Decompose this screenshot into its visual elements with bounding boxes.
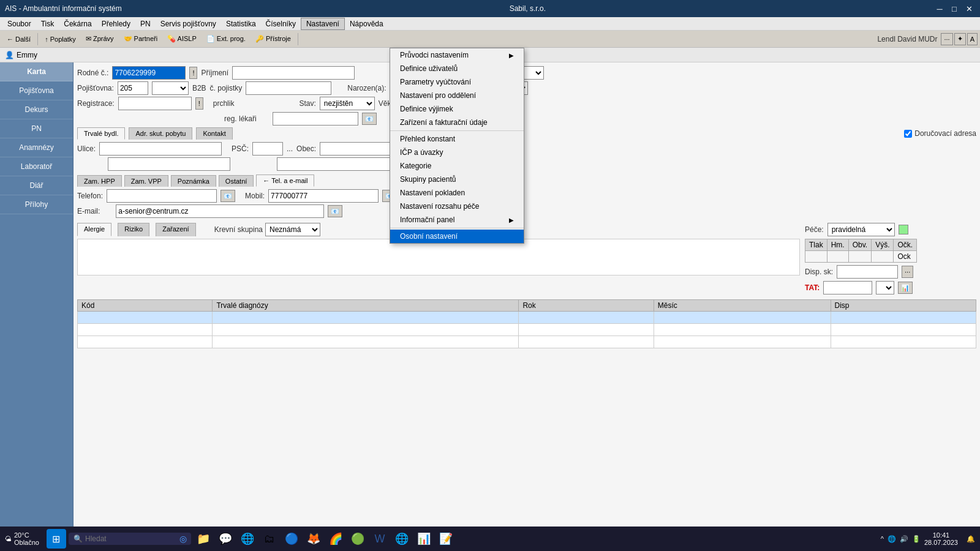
- menu-pruvodci[interactable]: Průvodci nastavením ▶: [390, 48, 524, 62]
- psc-input[interactable]: [252, 142, 283, 156]
- toolbar-dalsi[interactable]: ← Další: [2, 34, 35, 45]
- tab-alergie[interactable]: Alergie: [77, 223, 111, 236]
- stav-select[interactable]: nezjištěn: [320, 97, 375, 110]
- telefon-email-btn[interactable]: 📧: [221, 190, 235, 202]
- taskbar-notepad[interactable]: 📝: [436, 529, 456, 549]
- pojistovna-input[interactable]: [118, 81, 148, 95]
- mobil-input[interactable]: [268, 189, 379, 203]
- menu-definice-vyjimek[interactable]: Definice výjimek: [390, 102, 524, 116]
- vitals-vys-val[interactable]: [872, 251, 894, 263]
- taskbar-file-manager[interactable]: 🗂: [260, 529, 279, 549]
- sidebar-item-dekurs[interactable]: Dekurs: [0, 100, 73, 119]
- minimize-button[interactable]: ─: [933, 2, 946, 15]
- menu-skupiny-pacientu[interactable]: Skupiny pacientů: [390, 173, 524, 186]
- menu-nastaveni-oddeleni[interactable]: Nastavení pro oddělení: [390, 89, 524, 102]
- toolbar-aislp[interactable]: 💊 AISLP: [163, 33, 201, 45]
- sidebar-item-diar[interactable]: Diář: [0, 176, 73, 195]
- taskbar-chrome3[interactable]: 🌐: [392, 529, 412, 549]
- taskbar-edge[interactable]: 🌐: [238, 529, 257, 549]
- tat-select[interactable]: [876, 281, 894, 294]
- menu-osobni-nastaveni[interactable]: Osobní nastavení: [390, 230, 524, 243]
- menu-zarizeni[interactable]: Zařízení a fakturační údaje: [390, 116, 524, 129]
- taskbar-search-bar[interactable]: 🔍 ◎: [69, 533, 191, 545]
- taskbar-chrome[interactable]: 🌈: [326, 529, 345, 549]
- pojistovna-select[interactable]: [152, 81, 189, 95]
- menu-ciselniky[interactable]: Číselníky: [261, 18, 301, 29]
- rodne-cislo-input[interactable]: [112, 66, 186, 80]
- toolbar-extra-1[interactable]: ···: [941, 33, 952, 45]
- tray-battery[interactable]: 🔋: [912, 535, 921, 543]
- diag-row-1[interactable]: [78, 312, 976, 324]
- vitals-hm-val[interactable]: [827, 251, 848, 263]
- adresa-2-input[interactable]: [108, 157, 230, 171]
- menu-pokladen[interactable]: Nastavení pokladen: [390, 186, 524, 200]
- sidebar-item-prilohy[interactable]: Přílohy: [0, 195, 73, 214]
- menu-icp[interactable]: IČP a úvazky: [390, 146, 524, 159]
- menu-informacni-panel[interactable]: Informační panel ▶: [390, 213, 524, 227]
- dorucovaci-checkbox[interactable]: [904, 130, 912, 138]
- toolbar-ext-prog[interactable]: 📄 Ext. prog.: [202, 33, 250, 45]
- maximize-button[interactable]: □: [948, 2, 960, 15]
- tat-chart[interactable]: 📊: [898, 282, 913, 294]
- registrace-exclamation[interactable]: !: [195, 97, 203, 110]
- tab-tel-email[interactable]: ← Tel. a e-mail: [256, 174, 314, 187]
- sidebar-item-karta[interactable]: Karta: [0, 62, 73, 81]
- c-pojistky-input[interactable]: [246, 81, 331, 95]
- taskbar-app1[interactable]: 🔵: [282, 529, 301, 549]
- pece-select[interactable]: pravidelná: [827, 223, 895, 236]
- menu-soubor[interactable]: Soubor: [2, 18, 36, 29]
- toolbar-poplatky[interactable]: ↑ Poplatky: [40, 34, 80, 45]
- menu-servis[interactable]: Servis pojišťovny: [156, 18, 221, 29]
- menu-statistika[interactable]: Statistika: [221, 18, 261, 29]
- diag-row-3[interactable]: [78, 336, 976, 348]
- menu-parametry[interactable]: Parametry vyúčtování: [390, 75, 524, 89]
- taskbar-app2[interactable]: 🦊: [304, 529, 323, 549]
- registrace-input[interactable]: [118, 97, 192, 110]
- menu-napoveda[interactable]: Nápověda: [345, 18, 388, 29]
- menu-prehledy[interactable]: Přehledy: [97, 18, 135, 29]
- tab-zarazeni[interactable]: Zařazení: [156, 223, 195, 236]
- krevni-skupina-select[interactable]: Neznámá: [265, 223, 320, 236]
- menu-cekarna[interactable]: Čekárna: [59, 18, 96, 29]
- vitals-tlak-val[interactable]: [805, 251, 827, 263]
- menu-tisk[interactable]: Tisk: [36, 18, 59, 29]
- menu-pn[interactable]: PN: [135, 18, 156, 29]
- tray-volume[interactable]: 🔊: [900, 535, 908, 543]
- taskbar-search-input[interactable]: [85, 534, 177, 543]
- tab-poznamka[interactable]: Poznámka: [171, 175, 216, 187]
- menu-rozsah-pece[interactable]: Nastavení rozsahu péče: [390, 200, 524, 213]
- toolbar-zpravy[interactable]: ✉ Zprávy: [81, 33, 118, 45]
- tat-input[interactable]: [823, 281, 872, 294]
- toolbar-pristroje[interactable]: 🔑 Přístroje: [251, 33, 295, 45]
- vitals-ock-val[interactable]: Ock: [894, 251, 917, 263]
- tab-ostatni[interactable]: Ostatní: [219, 175, 254, 187]
- vitals-obv-val[interactable]: [848, 251, 871, 263]
- sidebar-item-laborator[interactable]: Laboratoř: [0, 157, 73, 176]
- rodne-cislo-exclamation[interactable]: !: [189, 67, 197, 79]
- alergie-textarea[interactable]: [77, 239, 800, 276]
- start-button[interactable]: ⊞: [47, 529, 66, 549]
- toolbar-font[interactable]: A: [967, 33, 978, 45]
- adresa-3-input[interactable]: [277, 157, 399, 171]
- ulice-input[interactable]: [99, 142, 222, 156]
- menu-kategorie[interactable]: Kategorie: [390, 159, 524, 173]
- tab-trvale-bydl[interactable]: Trvalé bydl.: [77, 127, 125, 140]
- taskbar-chrome2[interactable]: 🟢: [348, 529, 368, 549]
- menu-prehled-konstant[interactable]: Přehled konstant: [390, 132, 524, 146]
- tab-kontakt[interactable]: Kontakt: [196, 127, 232, 140]
- close-button[interactable]: ✕: [963, 2, 975, 15]
- reg-lekari-extra[interactable]: 📧: [362, 113, 377, 125]
- taskbar-excel[interactable]: 📊: [414, 529, 434, 549]
- menu-definice-uzivatelu[interactable]: Definice uživatelů: [390, 62, 524, 75]
- tab-riziko[interactable]: Riziko: [118, 223, 149, 236]
- tab-zam-hpp[interactable]: Zam. HPP: [77, 175, 122, 187]
- tab-adr-skut[interactable]: Adr. skut. pobytu: [129, 127, 192, 140]
- taskbar-clock[interactable]: 10:41 28.07.2023: [924, 531, 963, 546]
- sidebar-item-pn[interactable]: PN: [0, 119, 73, 138]
- menu-nastaveni[interactable]: Nastavení: [301, 18, 345, 30]
- prijmeni-input[interactable]: [232, 66, 355, 80]
- taskbar-teams[interactable]: 💬: [216, 529, 235, 549]
- taskbar-folder[interactable]: 📁: [194, 529, 213, 549]
- diag-row-2[interactable]: [78, 324, 976, 336]
- taskbar-word[interactable]: W: [370, 529, 390, 549]
